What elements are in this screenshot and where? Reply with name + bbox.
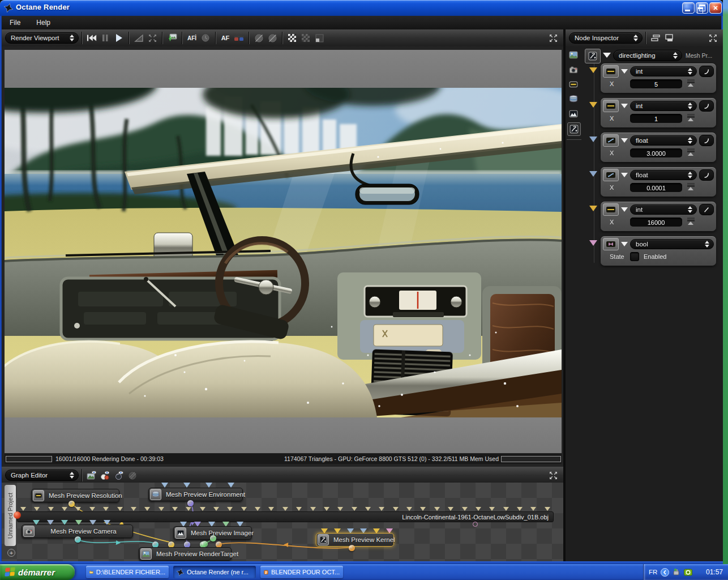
language-indicator[interactable]: FR [649,569,657,575]
animation-curve-button[interactable] [699,169,714,181]
kernel-icon[interactable] [567,122,581,136]
graph-node-rendertarget[interactable]: Mesh Preview RenderTarget [139,547,232,561]
play-render-button[interactable] [112,31,126,45]
param-pin[interactable] [589,137,597,142]
panel-selector-graph-editor[interactable]: Graph Editor [5,470,79,481]
slider-handle-icon[interactable] [687,79,695,89]
param-pin[interactable] [589,171,597,177]
alpha-checker-button[interactable] [285,31,299,45]
resolution-output-pin[interactable] [68,501,75,507]
param-type-selector[interactable]: bool [630,239,714,249]
param-pin[interactable] [589,102,597,108]
anaglyph-button[interactable] [232,31,246,45]
autofocus-button[interactable]: AF [219,31,232,45]
param-value-field[interactable]: 5 [630,79,682,88]
param-type-selector[interactable]: int [630,66,697,76]
taskbar-item-octane[interactable]: Octane Render (ne r... [173,566,256,578]
slider-handle-icon[interactable] [687,113,695,124]
imager-output-pin[interactable] [210,535,216,541]
checker-dim-button[interactable] [299,31,312,45]
graph-node-kernel[interactable]: Mesh Preview Kernel [316,533,394,547]
graph-canvas[interactable]: Unnamed Project + Lincoln-Continental-19… [2,483,563,561]
preview-image-button[interactable] [85,468,99,482]
param-value-field[interactable]: 0.0001 [630,183,682,192]
animation-curve-button[interactable] [699,204,714,215]
collapse-triangle-icon[interactable] [603,53,611,58]
imager-icon[interactable] [567,108,580,120]
collapse-triangle-icon[interactable] [621,173,628,177]
param-pin[interactable] [589,240,597,246]
collapse-triangle-icon[interactable] [621,69,628,74]
save-image-button[interactable] [165,31,179,45]
inspector-fullscreen-button[interactable] [709,34,717,45]
float-window-button[interactable] [649,31,662,45]
collapse-triangle-icon[interactable] [621,104,628,108]
resolution-icon[interactable] [567,78,580,91]
close-button[interactable]: ✕ [709,2,722,14]
kernel-type-selector[interactable]: directlighting [613,50,682,61]
preview-texture-button[interactable] [112,468,126,482]
int-type-icon[interactable] [603,203,619,216]
param-type-selector[interactable]: float [630,170,697,180]
nvidia-tray-icon[interactable] [684,569,692,576]
start-button[interactable]: démarrer [0,564,75,580]
enabled-checkbox[interactable] [630,252,639,261]
measure-tool-button[interactable] [132,31,145,45]
graph-fullscreen-button[interactable] [549,471,558,482]
param-pin[interactable] [589,67,597,73]
usb-device-icon[interactable] [673,568,680,576]
collapse-triangle-icon[interactable] [621,138,628,143]
preview-material-button[interactable] [99,468,112,482]
slider-handle-icon[interactable] [687,217,695,228]
collapse-triangle-icon[interactable] [621,207,628,212]
taskbar-item-explorer[interactable]: D:\BLENDER FICHIER... [86,566,169,578]
render-image[interactable] [5,88,562,417]
panel-selector-node-inspector[interactable]: Node Inspector [569,32,643,44]
window-titlebar[interactable]: Octane Render ✕ [0,0,723,16]
preview-emission-button[interactable] [126,468,139,482]
camera-output-pin[interactable] [75,536,81,543]
white-balance-button[interactable] [199,31,212,45]
graph-node-environment[interactable]: Mesh Preview Environment [148,488,243,501]
slider-handle-icon[interactable] [687,182,695,193]
add-node-button[interactable]: + [7,549,15,557]
param-type-selector[interactable]: float [630,135,697,146]
environment-icon[interactable] [567,93,580,105]
material-ball-button[interactable] [252,31,265,45]
param-pin[interactable] [589,206,597,211]
collapse-triangle-icon[interactable] [621,242,628,246]
kernel-node-button[interactable] [585,49,601,63]
kernel-output-pin[interactable] [349,545,355,551]
viewport-selector[interactable]: Render Viewport [5,32,79,44]
environment-output-pin[interactable] [187,500,194,506]
taskbar-item-blender-doc[interactable]: BLENDER POUR OCT... [260,566,343,578]
camera-icon[interactable] [567,63,580,76]
rendertarget-icon[interactable] [567,49,580,61]
int-type-icon[interactable] [603,100,619,112]
param-value-field[interactable]: 1 [630,114,682,123]
float-type-icon[interactable] [603,169,619,181]
bool-type-icon[interactable] [603,238,619,250]
mesh-material-sphere[interactable] [14,511,21,519]
pause-render-button[interactable] [99,31,112,45]
afi-button[interactable]: AFİ [185,31,199,45]
menu-help[interactable]: Help [36,19,50,27]
restart-render-button[interactable] [85,31,99,45]
menu-file[interactable]: File [10,19,20,27]
split-view-button[interactable] [312,31,326,45]
param-value-field[interactable]: 3.0000 [630,148,682,157]
param-type-selector[interactable]: int [630,204,697,215]
clock[interactable]: 01:57 [706,568,723,576]
mesh-output-pin[interactable] [473,522,478,527]
hide-icons-chevron[interactable] [661,568,669,577]
animation-curve-button[interactable] [699,135,714,146]
material-ball2-button[interactable] [265,31,279,45]
int-type-icon[interactable] [603,65,619,78]
animation-curve-button[interactable] [699,100,714,112]
animation-curve-button[interactable] [699,66,714,77]
param-type-selector[interactable]: int [630,101,697,111]
restore-button[interactable] [696,2,708,14]
graph-node-resolution[interactable]: Mesh Preview Resolution [31,489,119,502]
param-value-field[interactable]: 16000 [630,218,682,227]
slider-handle-icon[interactable] [687,148,695,159]
